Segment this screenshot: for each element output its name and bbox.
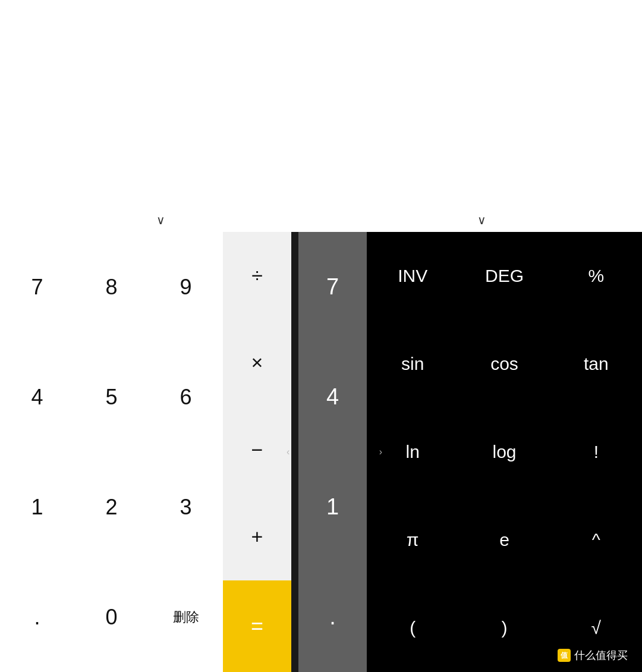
key-6[interactable]: 6 [149,342,223,452]
key-divide[interactable]: ÷ [223,232,291,319]
watermark-icon: 值 [558,649,571,662]
key-add[interactable]: + [223,494,291,581]
key-2[interactable]: 2 [74,452,149,562]
key-inv[interactable]: INV [367,232,458,320]
key-e[interactable]: e [458,496,550,584]
key-cos[interactable]: cos [458,320,550,408]
expand-panel-arrow[interactable]: › [379,447,382,457]
key-tan[interactable]: tan [550,320,642,408]
key-percent[interactable]: % [550,232,642,320]
sci-key-1[interactable]: 1 [298,452,367,562]
sci-key-7[interactable]: 7 [298,232,367,342]
key-0[interactable]: 0 [74,562,149,672]
operator-keypad: ÷ × − + = [223,232,291,672]
key-delete[interactable]: 删除 [149,562,223,672]
key-3[interactable]: 3 [149,452,223,562]
key-subtract[interactable]: − [223,406,291,494]
key-8[interactable]: 8 [74,232,149,342]
key-sin[interactable]: sin [367,320,458,408]
calculator-area: 7 8 9 4 5 6 1 2 3 . 0 删除 ÷ × − + = ‹ › 7… [0,232,642,672]
panel-divider [291,232,298,672]
key-equals[interactable]: = [223,580,291,672]
sci-function-keypad: INV DEG % sin cos tan ln log ! π e ^ ( )… [367,232,642,672]
key-factorial[interactable]: ! [550,408,642,496]
key-power[interactable]: ^ [550,496,642,584]
collapse-panel-arrow[interactable]: ‹ [287,447,289,457]
sci-key-dot[interactable]: . [298,562,367,672]
key-close-paren[interactable]: ) [458,584,550,672]
sci-number-column: ‹ › 7 4 1 . [298,232,367,672]
key-1[interactable]: 1 [0,452,74,562]
key-9[interactable]: 9 [149,232,223,342]
key-open-paren[interactable]: ( [367,584,458,672]
key-deg[interactable]: DEG [458,232,550,320]
key-4[interactable]: 4 [0,342,74,452]
top-display-area: ∨ ∨ [0,0,642,232]
key-multiply[interactable]: × [223,319,291,407]
key-dot[interactable]: . [0,562,74,672]
standard-keypad: 7 8 9 4 5 6 1 2 3 . 0 删除 [0,232,223,672]
key-7[interactable]: 7 [0,232,74,342]
sci-key-4[interactable]: 4 [298,342,367,452]
watermark-text: 什么值得买 [574,648,628,662]
key-pi[interactable]: π [367,496,458,584]
key-log[interactable]: log [458,408,550,496]
right-chevron[interactable]: ∨ [477,213,486,227]
key-5[interactable]: 5 [74,342,149,452]
left-chevron[interactable]: ∨ [156,213,165,227]
watermark: 值 什么值得买 [553,646,632,665]
